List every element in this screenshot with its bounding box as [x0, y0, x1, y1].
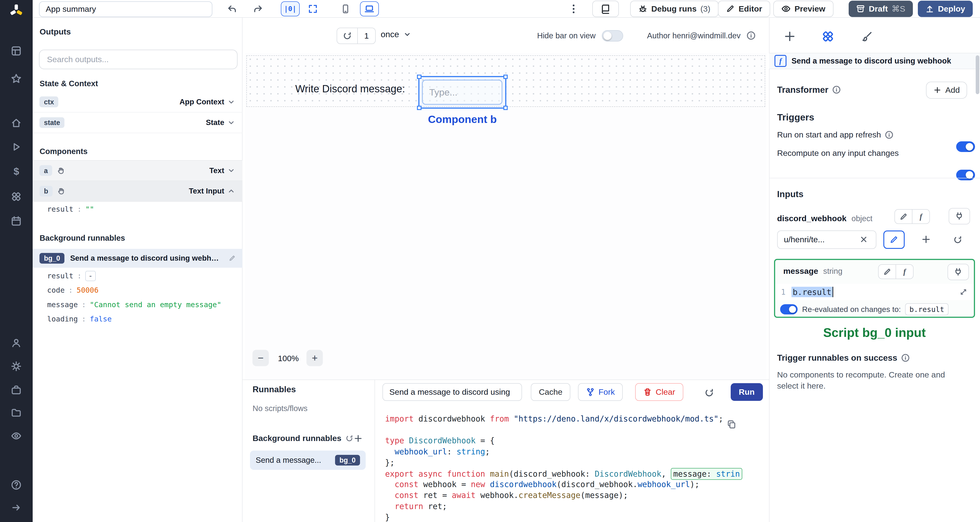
resize-handle-ne[interactable] — [503, 75, 508, 79]
preview-tab-button[interactable]: Preview — [773, 1, 834, 17]
runnable-title-input[interactable] — [382, 383, 522, 401]
resize-handle-sw[interactable] — [417, 106, 421, 110]
dollar-icon[interactable]: $ — [0, 162, 33, 181]
function-icon: f — [775, 55, 786, 67]
runnables-empty-label: No scripts/flows — [253, 404, 307, 413]
windmill-logo[interactable] — [8, 4, 25, 20]
folder-icon[interactable] — [0, 403, 33, 422]
run-button[interactable]: Run — [731, 383, 763, 401]
component-settings-tab[interactable] — [821, 29, 835, 44]
resize-handle-se[interactable] — [503, 106, 508, 110]
schedule-dropdown[interactable]: once — [381, 30, 412, 39]
debug-runs-button[interactable]: Debug runs (3) — [630, 1, 718, 17]
chevron-down-icon[interactable] — [227, 118, 236, 127]
bg0-badge: bg_0 — [40, 253, 64, 264]
user-icon[interactable] — [0, 334, 33, 352]
editor-label: Editor — [739, 4, 762, 14]
static-mode-pencil-icon[interactable] — [895, 210, 912, 223]
collapse-arrow-icon[interactable] — [0, 498, 33, 517]
info-icon[interactable] — [885, 130, 894, 139]
refresh-app-icon[interactable] — [337, 28, 357, 43]
zoom-in-button[interactable]: + — [307, 350, 323, 366]
static-mode-pencil-icon[interactable] — [878, 265, 896, 279]
insert-component-tab[interactable] — [782, 29, 797, 44]
reeval-toggle[interactable] — [780, 304, 798, 314]
refresh-runnable-icon[interactable] — [702, 386, 716, 399]
code-editor[interactable]: import discordwebhook from "https://deno… — [375, 407, 769, 522]
edit-resource-pencil-button[interactable] — [883, 231, 905, 249]
clear-resource-x-icon[interactable] — [859, 235, 868, 244]
background-runnable-row[interactable]: bg_0 Send a message to discord using web… — [33, 249, 242, 268]
chevron-down-icon[interactable] — [227, 97, 236, 107]
home-icon[interactable] — [0, 114, 33, 132]
text-component-a[interactable]: Write Discord message: — [295, 83, 405, 95]
output-row-ctx[interactable]: ctx App Context — [33, 92, 242, 112]
theme-tab[interactable] — [859, 29, 874, 44]
selected-component-outline[interactable] — [418, 76, 506, 109]
star-icon[interactable] — [0, 69, 33, 88]
grid-icon[interactable] — [0, 41, 33, 60]
zoom-out-button[interactable]: − — [253, 350, 269, 366]
help-icon[interactable] — [0, 476, 33, 494]
eval-mode-fx-icon[interactable]: f — [896, 265, 913, 279]
align-width-button[interactable]: |0| — [281, 2, 300, 16]
resize-handle-nw[interactable] — [417, 75, 421, 79]
clear-button[interactable]: Clear — [635, 383, 683, 401]
expand-editor-icon[interactable] — [959, 288, 967, 296]
expression-value[interactable]: b.result — [791, 287, 834, 298]
info-icon[interactable] — [746, 31, 756, 40]
collapsed-value-box[interactable]: - — [85, 271, 96, 281]
fullscreen-icon[interactable] — [304, 2, 322, 16]
docs-button[interactable] — [592, 1, 619, 17]
hand-pointer-icon[interactable] — [57, 187, 65, 195]
expression-editor-row[interactable]: 1 b.result — [775, 284, 974, 300]
desktop-view-button[interactable] — [360, 2, 379, 16]
reeval-target-badge[interactable]: b.result — [905, 303, 948, 315]
copy-code-icon[interactable] — [727, 420, 737, 429]
gear-icon[interactable] — [0, 357, 33, 376]
text-input-component-b[interactable] — [422, 80, 502, 105]
connect-plug-icon[interactable] — [948, 264, 969, 280]
component-row-a[interactable]: a Text — [33, 160, 242, 181]
fork-button[interactable]: Fork — [578, 383, 623, 401]
recompute-toggle[interactable] — [956, 170, 975, 180]
chevron-up-icon[interactable] — [227, 187, 236, 196]
divider — [769, 178, 980, 178]
selected-runnable-header: f Send a message to discord using webhoo… — [769, 53, 980, 69]
refresh-resource-icon[interactable] — [953, 235, 963, 245]
background-runnable-item[interactable]: Send a message... bg_0 — [250, 450, 366, 470]
kebab-menu-icon[interactable] — [568, 2, 579, 16]
briefcase-icon[interactable] — [0, 381, 33, 399]
editor-tab-button[interactable]: Editor — [718, 1, 770, 17]
search-outputs-input[interactable] — [39, 50, 237, 69]
app-window: $ |0| Debug runs (3) Editor Preview Draf… — [0, 0, 980, 522]
eval-mode-fx-icon[interactable]: f — [912, 210, 929, 223]
bg0-message-row: message:"Cannot send an empty message" — [47, 300, 221, 309]
component-row-b[interactable]: b Text Input — [33, 181, 242, 202]
draft-button[interactable]: Draft ⌘S — [849, 1, 913, 17]
play-icon[interactable] — [0, 137, 33, 156]
chevron-down-icon[interactable] — [227, 166, 236, 175]
add-transformer-button[interactable]: Add — [926, 82, 967, 99]
mobile-view-icon[interactable] — [336, 2, 355, 16]
hub-icon[interactable] — [0, 187, 33, 206]
deploy-button[interactable]: Deploy — [918, 1, 973, 17]
eye-icon[interactable] — [0, 427, 33, 445]
align-width-icon: |0| — [284, 5, 296, 13]
add-resource-plus-icon[interactable] — [921, 234, 931, 244]
run-on-start-toggle[interactable] — [956, 141, 975, 152]
info-icon[interactable] — [901, 353, 910, 362]
edit-pencil-icon[interactable] — [229, 255, 235, 261]
hand-pointer-icon[interactable] — [57, 167, 65, 175]
connect-plug-icon[interactable] — [949, 208, 970, 224]
add-background-runnable-button[interactable] — [352, 432, 364, 445]
calendar-icon[interactable] — [0, 212, 33, 231]
cache-button[interactable]: Cache — [531, 383, 570, 401]
info-icon[interactable] — [832, 85, 841, 94]
undo-button[interactable] — [225, 2, 239, 16]
app-summary-input[interactable] — [39, 2, 212, 17]
scrollbar-thumb[interactable] — [976, 55, 980, 94]
hide-bar-toggle[interactable] — [602, 30, 623, 41]
output-row-state[interactable]: state State — [33, 113, 242, 133]
redo-button[interactable] — [251, 2, 265, 16]
